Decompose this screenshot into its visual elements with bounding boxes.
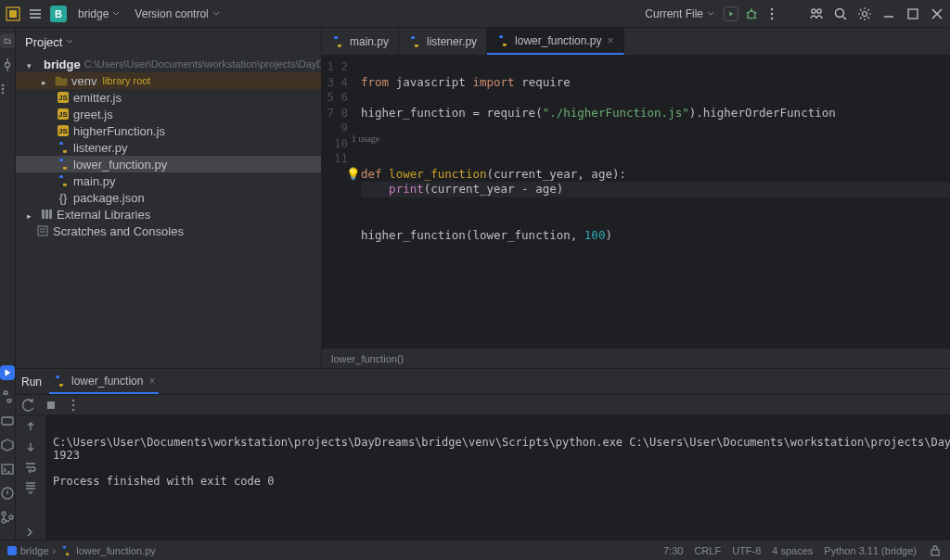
line-separator[interactable]: CRLF xyxy=(694,545,721,556)
lock-icon[interactable] xyxy=(928,543,943,558)
code-with-me-icon[interactable] xyxy=(809,6,824,21)
status-bar: bridge › lower_function.py 7:30 CRLF UTF… xyxy=(0,540,950,560)
svg-point-14 xyxy=(2,92,5,95)
line-gutter: 1 2 3 4 5 6 7 8 9 10 11 xyxy=(322,56,355,348)
file-name: listener.py xyxy=(73,141,128,155)
editor-breadcrumb[interactable]: lower_function() xyxy=(322,348,950,368)
svg-rect-23 xyxy=(49,210,52,219)
app-menu-icon[interactable] xyxy=(6,6,20,21)
tab-label: main.py xyxy=(350,35,389,48)
rerun-icon[interactable] xyxy=(21,398,36,413)
svg-point-9 xyxy=(863,11,867,16)
python-packages-icon[interactable] xyxy=(0,438,15,452)
close-icon[interactable]: × xyxy=(607,34,614,47)
title-bar: B bridge Version control Current File xyxy=(0,0,950,28)
run-tab[interactable]: lower_function × xyxy=(49,369,159,394)
svg-point-19 xyxy=(2,519,6,523)
run-config-dropdown[interactable]: Current File xyxy=(641,5,718,23)
file-row[interactable]: JSgreet.js xyxy=(16,106,321,122)
project-root[interactable]: bridge C:\Users\User\Documents\workstati… xyxy=(16,56,321,72)
console-cmd: C:\Users\User\Documents\workstation\proj… xyxy=(53,436,950,449)
breadcrumb-file: lower_function.py xyxy=(76,545,156,556)
expand-rail-icon[interactable] xyxy=(23,525,38,540)
console-exit: Process finished with exit code 0 xyxy=(53,475,274,488)
run-panel: Run lower_function × xyxy=(16,368,950,540)
file-encoding[interactable]: UTF-8 xyxy=(732,545,761,556)
run-panel-title: Run xyxy=(21,375,42,388)
up-stack-icon[interactable] xyxy=(23,419,38,434)
vcs-tool-icon[interactable] xyxy=(0,510,15,525)
editor-tab[interactable]: listener.py xyxy=(399,28,487,55)
tab-label: listener.py xyxy=(427,35,477,48)
settings-icon[interactable] xyxy=(857,6,872,21)
status-breadcrumb[interactable]: bridge › lower_function.py xyxy=(7,544,156,557)
file-row[interactable]: listener.py xyxy=(16,139,321,156)
root-name: bridge xyxy=(44,57,81,71)
svg-point-34 xyxy=(72,408,74,410)
file-row[interactable]: main.py xyxy=(16,172,321,189)
commit-tool-icon[interactable] xyxy=(0,57,15,72)
console-output: 1923 xyxy=(53,449,80,462)
file-name: main.py xyxy=(73,174,116,188)
terminal-tool-icon[interactable] xyxy=(0,462,15,477)
minimize-window-icon[interactable] xyxy=(881,6,896,21)
stop-icon[interactable] xyxy=(44,398,58,413)
python-console-icon[interactable] xyxy=(0,389,15,404)
svg-point-33 xyxy=(72,403,74,405)
file-row[interactable]: {}package.json xyxy=(16,189,321,206)
indent-setting[interactable]: 4 spaces xyxy=(772,545,813,556)
code-content[interactable]: from javascript import require higher_fu… xyxy=(355,56,950,348)
project-panel: Project bridge C:\Users\User\Documents\w… xyxy=(16,28,322,368)
run-tab-label: lower_function xyxy=(71,375,143,388)
close-icon[interactable]: × xyxy=(148,375,155,388)
run-tool-icon[interactable] xyxy=(0,365,15,380)
scratches[interactable]: Scratches and Consoles xyxy=(16,223,321,239)
run-console[interactable]: C:\Users\User\Documents\workstation\proj… xyxy=(45,415,950,540)
svg-point-6 xyxy=(812,8,815,12)
run-button[interactable] xyxy=(724,6,738,21)
project-tool-icon[interactable] xyxy=(0,33,15,48)
venv-name: venv xyxy=(71,74,96,88)
caret-position[interactable]: 7:30 xyxy=(663,545,683,556)
venv-folder[interactable]: venv library root xyxy=(16,72,321,89)
hamburger-icon[interactable] xyxy=(28,6,43,21)
py-file-icon xyxy=(57,141,70,154)
services-icon[interactable] xyxy=(0,414,15,428)
project-tree[interactable]: bridge C:\Users\User\Documents\workstati… xyxy=(16,56,321,368)
file-row-selected[interactable]: lower_function.py xyxy=(16,156,321,172)
maximize-window-icon[interactable] xyxy=(905,6,920,21)
interpreter[interactable]: Python 3.11 (bridge) xyxy=(824,545,917,556)
run-toolbar-more-icon[interactable] xyxy=(66,398,81,413)
debug-button[interactable] xyxy=(744,6,759,21)
code-editor[interactable]: 1 2 3 4 5 6 7 8 9 10 11 from javascript … xyxy=(322,56,950,348)
svg-rect-1 xyxy=(9,10,17,18)
chevron-down-icon xyxy=(66,38,73,45)
root-path: C:\Users\User\Documents\workstation\proj… xyxy=(84,58,321,70)
scroll-end-icon[interactable] xyxy=(23,480,38,495)
svg-point-7 xyxy=(817,8,821,12)
run-config-label: Current File xyxy=(645,7,703,20)
intention-bulb-icon[interactable]: 💡 xyxy=(346,167,361,183)
search-icon[interactable] xyxy=(833,6,848,21)
external-libraries[interactable]: External Libraries xyxy=(16,206,321,223)
project-panel-header[interactable]: Project xyxy=(16,28,321,56)
svg-rect-22 xyxy=(45,210,48,219)
file-row[interactable]: JSemitter.js xyxy=(16,89,321,106)
down-stack-icon[interactable] xyxy=(23,439,38,454)
project-badge[interactable]: B xyxy=(50,6,67,22)
problems-tool-icon[interactable] xyxy=(0,486,15,501)
py-file-icon xyxy=(57,158,70,171)
more-run-icon[interactable] xyxy=(764,6,779,21)
soft-wrap-icon[interactable] xyxy=(23,460,38,475)
usage-hint[interactable]: 1 usage xyxy=(352,132,379,147)
project-name-dropdown[interactable]: bridge xyxy=(74,5,123,23)
editor-tab[interactable]: main.py xyxy=(322,28,399,55)
svg-point-18 xyxy=(2,512,6,515)
vcs-dropdown[interactable]: Version control xyxy=(131,5,223,23)
svg-point-32 xyxy=(72,399,74,401)
close-window-icon[interactable] xyxy=(930,6,944,21)
editor-tab-active[interactable]: lower_function.py× xyxy=(487,28,624,55)
library-icon xyxy=(40,208,53,221)
file-row[interactable]: JShigherFunction.js xyxy=(16,122,321,139)
structure-tool-icon[interactable] xyxy=(0,82,15,96)
